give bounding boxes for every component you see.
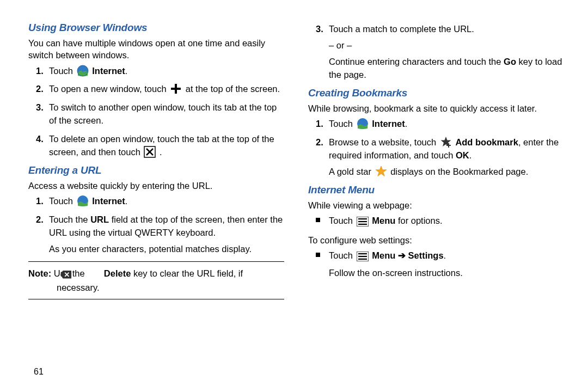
- globe-internet-icon: [77, 65, 89, 77]
- step: Touch Internet.: [329, 118, 564, 131]
- paragraph: Follow the on-screen instructions.: [329, 267, 564, 280]
- paragraph: To configure web settings:: [308, 234, 564, 246]
- heading-creating-bookmarks: Creating Bookmarks: [308, 87, 564, 99]
- or-separator: – or –: [329, 39, 564, 52]
- steps-list: Touch Internet. Touch the URL field at t…: [28, 195, 284, 256]
- note-block: Note: Use the Delete key to clear the UR…: [28, 267, 284, 295]
- right-column: Touch a match to complete the URL. – or …: [308, 21, 564, 381]
- paragraph: As you enter characters, potential match…: [49, 243, 284, 256]
- close-x-icon: [144, 146, 156, 158]
- step: Touch the URL field at the top of the sc…: [49, 213, 284, 256]
- paragraph: A gold star displays on the Bookmarked p…: [329, 166, 564, 179]
- star-plus-icon: [440, 136, 452, 148]
- step: Browse to a website, touch Add bookmark,…: [329, 136, 564, 179]
- svg-marker-14: [376, 166, 387, 176]
- heading-internet-menu: Internet Menu: [308, 184, 564, 196]
- steps-list: Touch Internet. Browse to a website, tou…: [308, 118, 564, 179]
- steps-list: Touch Internet. To open a new window, to…: [28, 65, 284, 160]
- plus-icon: [170, 83, 182, 95]
- step: To delete an open window, touch the tab …: [49, 133, 284, 159]
- globe-internet-icon: [77, 195, 89, 207]
- page-number: 61: [34, 367, 44, 377]
- svg-rect-3: [171, 88, 181, 90]
- svg-rect-13: [446, 145, 451, 146]
- steps-list-continued: Touch a match to complete the URL. – or …: [308, 23, 564, 82]
- paragraph: You can have multiple windows open at on…: [28, 37, 284, 62]
- heading-using-browser-windows: Using Browser Windows: [28, 22, 284, 34]
- bullet-list: Touch Menu ➔ Settings. Follow the on-scr…: [308, 249, 564, 280]
- paragraph: While browsing, bookmark a site to quick…: [308, 102, 564, 114]
- svg-rect-16: [358, 218, 367, 219]
- divider: [28, 299, 284, 299]
- step: To switch to another open window, touch …: [49, 101, 284, 127]
- step: Touch Internet.: [49, 65, 284, 78]
- paragraph: Continue entering characters and touch t…: [329, 56, 564, 82]
- paragraph: Access a website quickly by entering the…: [28, 180, 284, 192]
- divider: [28, 261, 284, 262]
- step: To open a new window, touch at the top o…: [49, 83, 284, 96]
- svg-rect-20: [358, 253, 367, 254]
- svg-rect-22: [358, 259, 367, 260]
- gold-star-icon: [375, 166, 387, 177]
- heading-entering-url: Entering a URL: [28, 164, 284, 176]
- globe-internet-icon: [357, 118, 369, 130]
- bullet-item: Touch Menu ➔ Settings. Follow the on-scr…: [329, 249, 564, 280]
- step: Touch Internet.: [49, 195, 284, 208]
- paragraph: While viewing a webpage:: [308, 199, 564, 211]
- left-column: Using Browser Windows You can have multi…: [28, 21, 284, 381]
- delete-backspace-icon: [88, 270, 100, 281]
- step: Touch a match to complete the URL. – or …: [329, 23, 564, 82]
- bullet-item: Touch Menu for options.: [329, 215, 564, 229]
- svg-rect-17: [358, 221, 367, 222]
- menu-icon: [357, 252, 369, 264]
- svg-rect-18: [358, 224, 367, 225]
- bullet-list: Touch Menu for options.: [308, 215, 564, 229]
- menu-icon: [357, 217, 369, 229]
- svg-rect-21: [358, 256, 367, 257]
